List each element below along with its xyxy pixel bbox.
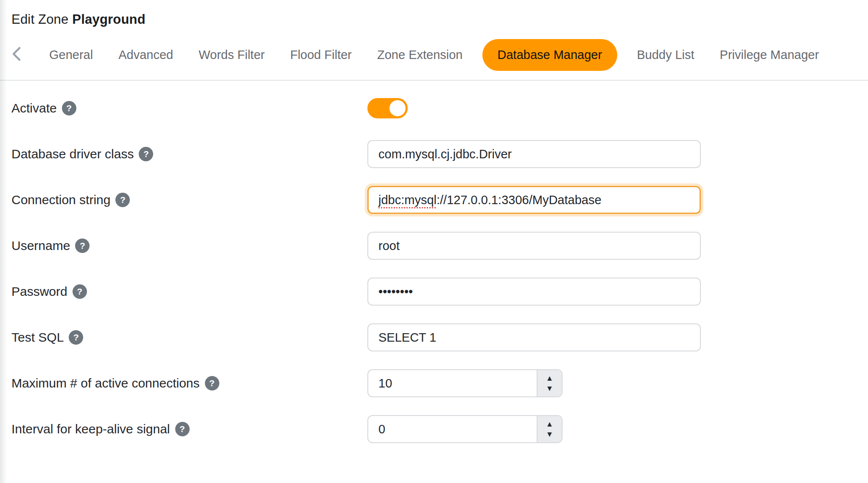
stepper-up-icon[interactable]: ▲ <box>546 420 554 428</box>
tab-advanced[interactable]: Advanced <box>118 48 173 62</box>
database-driver-class-input[interactable] <box>367 140 701 168</box>
username-label: Username ? <box>11 239 367 253</box>
tab-bar: General Advanced Words Filter Flood Filt… <box>0 30 868 80</box>
password-label: Password ? <box>11 284 367 299</box>
tab-buddy-list[interactable]: Buddy List <box>637 48 694 62</box>
tab-database-manager[interactable]: Database Manager <box>482 39 618 71</box>
max-active-connections-label: Maximum # of active connections ? <box>11 376 367 390</box>
row-keepalive-interval: Interval for keep-alive signal ? ▲ ▼ <box>11 415 868 443</box>
tab-zone-extension[interactable]: Zone Extension <box>377 48 463 62</box>
stepper-buttons: ▲ ▼ <box>537 370 562 396</box>
row-connection-string: Connection string ? jdbc:mysql://127.0.0… <box>11 186 868 214</box>
stepper-down-icon[interactable]: ▼ <box>546 430 554 438</box>
activate-label: Activate ? <box>11 101 367 115</box>
help-icon[interactable]: ? <box>175 422 190 436</box>
toggle-knob <box>389 100 406 116</box>
help-icon[interactable]: ? <box>75 239 90 253</box>
stepper-buttons: ▲ ▼ <box>537 416 562 442</box>
connection-string-value-rest: ://127.0.0.1:3306/MyDatabase <box>437 193 602 207</box>
max-active-connections-stepper: ▲ ▼ <box>367 369 563 397</box>
tab-privilege-manager[interactable]: Privilege Manager <box>720 48 819 62</box>
tabs-scroll-left-button[interactable] <box>9 45 24 64</box>
stepper-down-icon[interactable]: ▼ <box>546 385 554 392</box>
connection-string-label: Connection string ? <box>11 193 367 207</box>
row-password: Password ? <box>11 278 868 306</box>
database-driver-class-label: Database driver class ? <box>11 147 367 161</box>
stepper-up-icon[interactable]: ▲ <box>546 374 554 382</box>
connection-string-value-spellchecked: jdbc:mysql <box>378 193 437 207</box>
help-icon[interactable]: ? <box>139 147 153 161</box>
keepalive-interval-label: Interval for keep-alive signal ? <box>11 422 367 436</box>
row-max-active-connections: Maximum # of active connections ? ▲ ▼ <box>11 369 868 397</box>
help-icon[interactable]: ? <box>62 101 76 115</box>
keepalive-interval-stepper: ▲ ▼ <box>367 415 563 443</box>
activate-toggle[interactable] <box>367 98 408 118</box>
row-test-sql: Test SQL ? <box>11 323 868 351</box>
connection-string-input[interactable]: jdbc:mysql://127.0.0.1:3306/MyDatabase <box>367 186 701 214</box>
help-icon[interactable]: ? <box>115 193 130 207</box>
page-title-prefix: Edit Zone <box>11 12 69 27</box>
max-active-connections-input[interactable] <box>368 370 537 396</box>
chevron-left-icon <box>11 45 22 64</box>
tab-flood-filter[interactable]: Flood Filter <box>290 48 352 62</box>
keepalive-interval-input[interactable] <box>368 416 537 442</box>
tab-general[interactable]: General <box>49 48 93 62</box>
zone-name: Playground <box>72 12 146 27</box>
password-input[interactable] <box>367 278 701 306</box>
username-input[interactable] <box>367 232 701 260</box>
row-activate: Activate ? <box>11 94 868 122</box>
test-sql-input[interactable] <box>367 323 701 351</box>
row-database-driver-class: Database driver class ? <box>11 140 868 168</box>
test-sql-label: Test SQL ? <box>11 330 367 345</box>
help-icon[interactable]: ? <box>205 376 219 390</box>
row-username: Username ? <box>11 232 868 260</box>
help-icon[interactable]: ? <box>73 284 87 299</box>
database-manager-form: Activate ? Database driver class ? Conne… <box>0 81 868 443</box>
tab-words-filter[interactable]: Words Filter <box>199 48 265 62</box>
help-icon[interactable]: ? <box>69 330 83 345</box>
page-title: Edit Zone Playground <box>0 0 868 27</box>
